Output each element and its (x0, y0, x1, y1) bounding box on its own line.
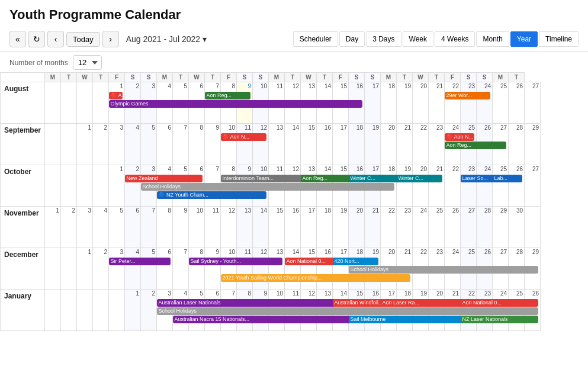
day-cell: 7 (173, 248, 189, 290)
day-number (45, 290, 60, 290)
day-number: 11 (237, 124, 252, 131)
calendar-event[interactable]: Aon Reg... (445, 142, 506, 149)
day-number: 1 (109, 165, 124, 172)
day-cell: 12 (253, 248, 269, 290)
day-number: 21 (429, 82, 444, 89)
nav-back-button[interactable]: ‹ (47, 31, 64, 47)
calendar-event[interactable]: Australian Laser Nationals (157, 299, 346, 307)
day-number: 26 (509, 165, 524, 172)
view-timeline-button[interactable]: Timeline (539, 31, 579, 47)
day-number: 20 (349, 207, 364, 214)
month-label-cell: December (1, 248, 45, 290)
calendar-event[interactable]: 420 Nort... (333, 258, 378, 265)
day-cell: 26 (509, 165, 525, 207)
day-number (93, 165, 108, 166)
day-header: W (189, 73, 205, 82)
date-range[interactable]: Aug 2021 - Jul 2022 (121, 34, 211, 44)
nav-back-back-button[interactable]: « (9, 31, 26, 47)
day-cell: 27 (525, 165, 541, 207)
day-cell: 7 (173, 124, 189, 165)
view-month-button[interactable]: Month (476, 31, 509, 47)
calendar-event[interactable]: Olympic Games (109, 100, 362, 108)
day-cell: 21 (365, 207, 381, 248)
day-number: 25 (429, 207, 444, 214)
day-cell (525, 207, 541, 248)
day-number: 19 (365, 248, 380, 255)
day-cell (93, 82, 109, 124)
day-number: 29 (525, 248, 540, 255)
day-cell: 2 (125, 165, 141, 207)
view-year-button[interactable]: Year (510, 31, 538, 47)
day-cell: 4 (125, 124, 141, 165)
day-cell: 18 (349, 124, 365, 165)
day-cell: 2 (141, 290, 157, 331)
day-number: 19 (397, 165, 412, 172)
day-number: 9 (173, 207, 188, 214)
calendar-event[interactable]: 🔴 Aon N... (445, 133, 474, 141)
calendar-event[interactable]: Sail Sydney - Youth... (189, 258, 282, 265)
day-cell: 24 (477, 165, 493, 207)
day-number: 7 (141, 207, 156, 214)
today-button[interactable]: Today (66, 32, 100, 47)
calendar-event[interactable]: New Zealand (125, 175, 203, 182)
view-3days-button[interactable]: 3 Days (366, 31, 401, 47)
calendar-event[interactable]: Winter C... (397, 175, 442, 182)
day-cell: 4 (93, 207, 109, 248)
day-number: 4 (125, 124, 140, 131)
calendar-event[interactable]: Aon Laser Ra... (381, 299, 474, 307)
calendar-event[interactable]: Aon Reg... (205, 92, 250, 99)
day-number: 17 (365, 165, 380, 172)
day-cell: 11 (237, 248, 253, 290)
day-header: T (93, 73, 109, 82)
calendar-event[interactable]: School Holidays (349, 266, 538, 274)
calendar-event[interactable]: 🔴 Aon N... (221, 133, 266, 141)
day-header: S (141, 73, 157, 82)
view-4weeks-button[interactable]: 4 Weeks (435, 31, 475, 47)
month-label-cell: September (1, 124, 45, 165)
calendar-event[interactable]: 🔵 NZ Youth Cham... (157, 191, 266, 199)
calendar-event[interactable]: School Holidays (141, 183, 394, 191)
view-scheduler-button[interactable]: Scheduler (293, 31, 338, 47)
day-number: 4 (173, 290, 188, 297)
calendar-event[interactable]: NZ Laser Nationals (461, 316, 538, 323)
day-header: S (253, 73, 269, 82)
view-day-button[interactable]: Day (339, 31, 365, 47)
day-number: 13 (317, 290, 332, 297)
day-number: 23 (397, 207, 412, 214)
day-cell: 16 (317, 248, 333, 290)
day-number: 18 (397, 290, 412, 297)
calendar-event[interactable]: Aon National 0... (461, 299, 538, 307)
nav-forward-button[interactable]: › (102, 31, 119, 47)
calendar-event[interactable]: 🔴 A... (109, 92, 123, 99)
day-number: 22 (413, 248, 428, 255)
view-week-button[interactable]: Week (403, 31, 433, 47)
day-number: 10 (189, 207, 204, 214)
day-cell: 22 (445, 165, 461, 207)
calendar-event[interactable]: Lab... (493, 175, 522, 182)
day-cell: 16 (317, 124, 333, 165)
day-number: 22 (461, 290, 476, 297)
calendar-event[interactable]: School Holidays (157, 307, 538, 315)
day-number: 19 (413, 290, 428, 297)
day-cell: 18 (317, 207, 333, 248)
day-number: 6 (157, 124, 172, 131)
day-number: 23 (461, 165, 476, 172)
day-number: 17 (365, 82, 380, 89)
refresh-button[interactable]: ↻ (28, 31, 45, 47)
day-cell: 1 (109, 165, 125, 207)
calendar-event[interactable]: 2021 Youth Sailing World Championship... (221, 274, 410, 282)
day-cell: 1 (125, 290, 141, 331)
day-number: 13 (269, 248, 284, 255)
day-number: 11 (237, 248, 252, 255)
day-number: 17 (381, 290, 396, 297)
day-number (109, 290, 124, 290)
day-cell: 9 (173, 207, 189, 248)
calendar-event[interactable]: 29er Wor... (445, 92, 490, 99)
months-select[interactable]: 12 6 3 (73, 55, 102, 70)
day-cell: 8 (189, 124, 205, 165)
day-number: 2 (93, 124, 108, 131)
day-number: 6 (205, 290, 220, 297)
day-number: 18 (349, 124, 364, 131)
calendar-event[interactable]: Sir Peter... (109, 258, 171, 265)
day-number: 15 (269, 207, 284, 214)
